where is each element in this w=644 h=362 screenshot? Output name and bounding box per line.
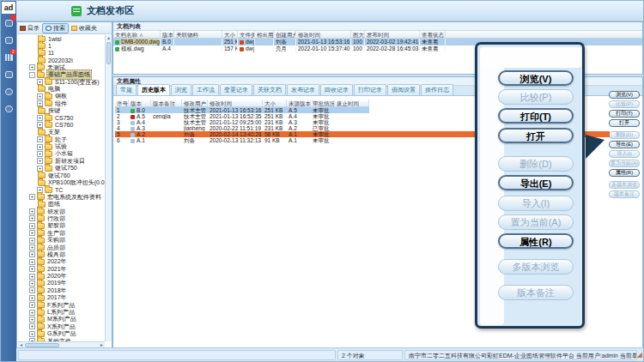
column-header[interactable]: 文档名称 ∧ <box>113 31 161 38</box>
column-header[interactable]: 大小 <box>263 100 287 106</box>
tree-item[interactable]: +CS760 <box>18 122 105 129</box>
tree-vertical-scrollbar[interactable]: ▲ <box>105 35 112 341</box>
column-header[interactable]: 修改用户 <box>182 100 208 106</box>
column-header[interactable]: 检出用户 <box>255 31 274 38</box>
expand-icon[interactable]: + <box>29 64 35 70</box>
expand-icon[interactable]: + <box>37 158 43 164</box>
expand-icon[interactable]: + <box>29 208 35 214</box>
version-action-button[interactable]: 浏览(V) <box>609 91 640 99</box>
expand-icon[interactable]: + <box>37 136 43 142</box>
folder-icon[interactable] <box>1 32 16 49</box>
collapse-icon[interactable]: - <box>29 72 35 78</box>
column-header[interactable]: 图大 <box>351 31 365 38</box>
tab-操作日志[interactable]: 操作日志 <box>421 84 453 95</box>
magnified-action-button[interactable]: 属性(R) <box>498 233 574 249</box>
column-header[interactable]: 来源版本 <box>287 100 311 106</box>
column-header[interactable]: 修改时间 <box>208 100 263 106</box>
expand-icon[interactable]: + <box>37 115 43 121</box>
expand-icon[interactable]: + <box>29 194 35 200</box>
tree-item[interactable]: 11 <box>18 50 105 57</box>
expand-icon[interactable]: + <box>29 244 35 250</box>
expand-icon[interactable]: + <box>37 144 43 150</box>
expand-icon[interactable]: + <box>29 266 35 272</box>
column-header[interactable]: 版本 <box>129 100 151 106</box>
column-header[interactable]: 序号 <box>115 100 129 106</box>
tab-历史版本[interactable]: 历史版本 <box>137 84 170 95</box>
magnified-action-button[interactable]: 导出(E) <box>498 175 574 190</box>
history-row[interactable]: 6A.1刘备2020-02-13 11:32:1391 KBA.1未审批 <box>115 137 369 143</box>
history-row[interactable]: 2A.5cengjia技术主管2021-01-13 16:52:35251 KB… <box>115 113 369 119</box>
expand-icon[interactable]: + <box>29 251 35 257</box>
tree-item[interactable]: 按键 <box>18 107 105 114</box>
history-row[interactable]: 1B.0技术主管2021-01-13 16:53:16251 KBA.5未审批 <box>115 107 369 113</box>
tab-发布记录[interactable]: 发布记录 <box>287 84 319 95</box>
tab-常规[interactable]: 常规 <box>116 84 137 95</box>
column-header[interactable]: 版本备注 <box>151 100 182 106</box>
tree-toolbar-search[interactable]: 搜索 <box>42 23 69 33</box>
tree-item[interactable]: +组件 <box>18 100 105 107</box>
tree-toolbar-catalog[interactable]: 目录 <box>17 23 42 33</box>
expand-icon[interactable]: + <box>29 274 35 280</box>
column-header[interactable]: 版本 <box>161 31 174 38</box>
tree-item[interactable]: 1wisi <box>18 35 105 42</box>
chart-icon <box>5 54 13 61</box>
scrollbar-thumb[interactable] <box>106 42 111 64</box>
scroll-up-icon[interactable]: ▲ <box>106 35 112 41</box>
version-action-button[interactable]: 打印(T) <box>609 110 640 118</box>
tree-item[interactable]: XPB100散冲担头(0.0)图纸 <box>18 179 105 186</box>
magnified-action-button[interactable]: 浏览(V) <box>498 70 574 86</box>
tree-item[interactable]: +S11-100(变压器) <box>18 78 105 85</box>
tab-变更记录[interactable]: 变更记录 <box>220 84 252 95</box>
column-header[interactable]: 文件类型 <box>238 31 255 38</box>
expand-icon[interactable]: + <box>29 238 35 244</box>
column-header[interactable]: 发布时间 <box>365 31 420 38</box>
expand-icon[interactable]: + <box>29 310 35 316</box>
expand-icon[interactable]: + <box>37 94 43 100</box>
version-action-button[interactable]: 属性(R) <box>609 169 640 177</box>
expand-icon[interactable]: + <box>29 215 35 221</box>
expand-icon[interactable]: + <box>29 302 35 308</box>
expand-icon[interactable]: + <box>29 223 35 229</box>
expand-icon[interactable]: + <box>29 323 35 329</box>
column-header[interactable]: 创建用户 <box>274 31 296 38</box>
magnified-action-button[interactable]: 打印(T) <box>498 108 574 124</box>
expand-icon[interactable]: + <box>37 151 43 157</box>
tab-打印记录[interactable]: 打印记录 <box>354 84 386 95</box>
expand-icon[interactable]: + <box>29 259 35 265</box>
magnified-action-button[interactable]: 打开 <box>498 128 574 143</box>
expand-icon[interactable]: + <box>29 295 35 301</box>
history-row[interactable]: 5A.2刘备2020-02-14 13:40:2858 KBA.1未审批 <box>115 131 369 137</box>
column-header[interactable]: 修改时间 <box>296 31 351 38</box>
tree-item[interactable]: +宏电系统及配件资料 <box>18 194 105 201</box>
expand-icon[interactable]: + <box>29 287 35 293</box>
resize-grip-icon[interactable]: ◢ <box>637 351 642 359</box>
chart-icon[interactable]: 2 <box>1 49 16 66</box>
tree-toolbar-favorites[interactable]: 收藏夹 <box>69 23 100 33</box>
version-action-button[interactable]: 打开 <box>609 119 640 127</box>
tab-回收记录[interactable]: 回收记录 <box>320 84 353 95</box>
tab-工作流[interactable]: 工作流 <box>192 84 219 95</box>
refresh-icon[interactable] <box>1 66 16 83</box>
expand-icon[interactable]: + <box>29 230 35 236</box>
column-header[interactable]: 审批情况 <box>311 100 335 106</box>
expand-icon[interactable]: + <box>29 317 35 323</box>
column-header[interactable]: 关联物料 <box>174 31 222 38</box>
column-header[interactable]: 大小 <box>222 31 238 38</box>
expand-icon[interactable]: + <box>29 281 35 287</box>
tree-item[interactable]: +CS750 <box>18 114 105 121</box>
history-row[interactable]: 4A.3jianheng2020-02-22 11:51:19231 KBA.2… <box>115 125 369 131</box>
history-row[interactable]: 3A.4技术主管2021-01-12 09:25:00231 KBA.3未审批 <box>115 119 369 125</box>
column-header[interactable]: 查看状态 <box>420 31 446 38</box>
history-header-row: 序号版本版本备注修改用户修改时间大小来源版本审批情况废止时间 <box>115 100 369 107</box>
table-cell <box>335 119 369 125</box>
chat-icon[interactable] <box>1 15 16 32</box>
version-action-button[interactable]: 导出(E) <box>609 141 640 148</box>
expand-icon[interactable]: + <box>29 331 35 337</box>
tab-关联文档[interactable]: 关联文档 <box>253 84 286 95</box>
tree-item[interactable]: 1 <box>18 42 105 49</box>
gear-icon[interactable] <box>1 100 16 118</box>
tab-浏览[interactable]: 浏览 <box>171 84 191 95</box>
user-icon[interactable] <box>1 83 16 100</box>
column-header[interactable]: 废止时间 <box>335 100 369 106</box>
tab-借阅设置[interactable]: 借阅设置 <box>387 84 420 95</box>
